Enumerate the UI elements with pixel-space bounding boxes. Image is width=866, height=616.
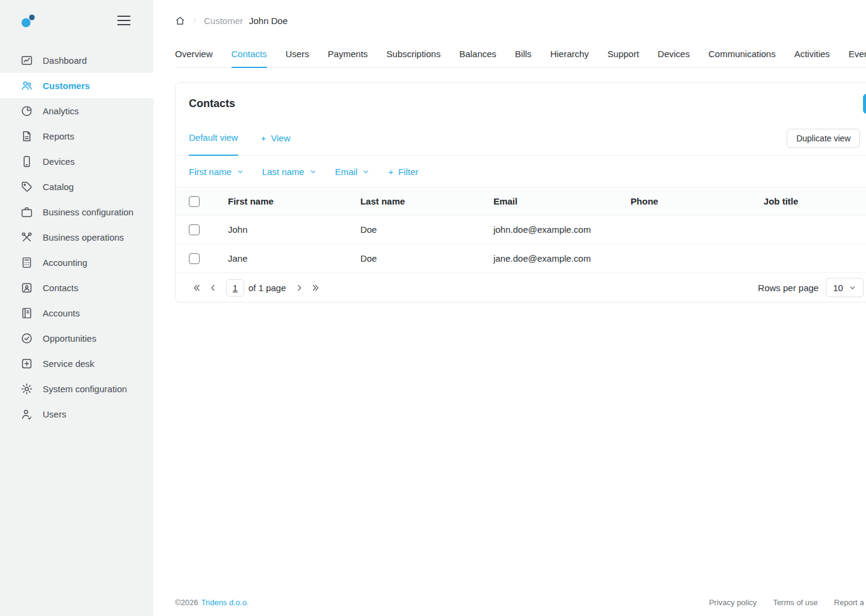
sort-label: Last name [262,167,304,177]
tab-contacts[interactable]: Contacts [232,49,267,68]
contacts-table: First name Last name Email Phone Job tit… [176,187,866,273]
company-link[interactable]: Tridens d.o.o. [201,598,249,607]
plus-icon: + [261,133,266,143]
tab-events[interactable]: Events [849,49,866,67]
chevron-right-icon [191,17,198,24]
sidebar-item-label: Opportunities [43,333,96,343]
first-page-icon[interactable] [189,280,205,296]
report-ticket-link[interactable]: Report a ticket [834,598,866,607]
ledger-icon [20,307,33,319]
sort-last-name[interactable]: Last name [262,167,317,177]
sort-email[interactable]: Email [335,167,370,177]
sidebar-item-users[interactable]: Users [0,401,153,427]
tab-balances[interactable]: Balances [459,49,497,67]
briefcase-icon [20,206,33,218]
calculator-icon [20,256,33,269]
table-header-row: First name Last name Email Phone Job tit… [176,188,866,215]
column-header-job-title: Job title [751,188,866,215]
add-contact-button[interactable]: + Contact [863,94,866,114]
target-check-icon [20,332,33,345]
filter-label: Filter [398,167,418,177]
sidebar-item-label: Reports [43,131,75,141]
tab-users[interactable]: Users [286,49,309,67]
terms-of-use-link[interactable]: Terms of use [773,598,817,607]
tab-payments[interactable]: Payments [328,49,368,67]
sidebar-header [0,0,153,40]
cell-first-name: Jane [215,244,347,273]
row-checkbox[interactable] [189,224,200,235]
customers-icon [20,79,33,92]
sidebar-item-accounts[interactable]: Accounts [0,300,153,325]
cell-phone [618,244,751,273]
sidebar-item-dashboard[interactable]: Dashboard [0,48,153,73]
card-title: Contacts [189,97,235,110]
rows-per-page-select[interactable]: 10 [826,278,864,297]
table-row: John Doe john.doe@example.com [176,215,866,244]
rows-per-page-value: 10 [833,283,843,293]
add-view-label: View [271,133,290,143]
copyright: ©2026 Tridens d.o.o. [175,598,249,607]
row-checkbox[interactable] [189,253,200,264]
sort-label: First name [189,167,232,177]
chevron-down-icon [362,168,370,176]
sidebar-item-customers[interactable]: Customers [0,73,153,98]
column-header-last-name: Last name [347,188,480,215]
footer-links: Privacy policy Terms of use Report a tic… [709,598,866,607]
rows-per-page-label: Rows per page [758,283,818,293]
home-icon[interactable] [175,16,185,26]
next-page-icon[interactable] [291,280,307,296]
sidebar: Dashboard Customers Analytics Reports De… [0,0,153,616]
pagination-right: Rows per page 10 Export [758,278,866,297]
sidebar-item-business-operations[interactable]: Business operations [0,224,153,250]
sidebar-item-label: Catalog [43,182,74,192]
previous-page-icon[interactable] [205,280,221,296]
sidebar-item-reports[interactable]: Reports [0,123,153,149]
sidebar-item-label: Business operations [43,232,124,242]
customer-tabs: Overview Contacts Users Payments Subscri… [175,49,866,68]
cell-last-name: Doe [347,244,480,273]
contacts-card: Contacts + Contact Default view + View D… [175,82,866,303]
breadcrumb-section: Customer [204,16,243,26]
tab-bills[interactable]: Bills [515,49,532,67]
sidebar-nav: Dashboard Customers Analytics Reports De… [0,40,153,427]
add-view-button[interactable]: + View [261,122,290,155]
sidebar-item-devices[interactable]: Devices [0,149,153,174]
view-tab-default[interactable]: Default view [189,121,238,156]
sidebar-item-label: Analytics [43,106,79,116]
tab-communications[interactable]: Communications [708,49,776,67]
sidebar-item-system-configuration[interactable]: System configuration [0,376,153,401]
tools-icon [20,231,33,244]
sidebar-item-analytics[interactable]: Analytics [0,98,153,123]
tab-activities[interactable]: Activities [794,49,830,67]
sidebar-item-label: Service desk [43,359,94,369]
sidebar-item-business-configuration[interactable]: Business configuration [0,199,153,224]
table-row: Jane Doe jane.doe@example.com [176,244,866,273]
tab-devices[interactable]: Devices [658,49,690,67]
sidebar-item-contacts[interactable]: Contacts [0,275,153,300]
sidebar-item-catalog[interactable]: Catalog [0,174,153,199]
last-page-icon[interactable] [307,280,324,296]
page-number-input[interactable] [226,279,244,297]
cell-last-name: Doe [347,215,480,244]
sidebar-item-service-desk[interactable]: Service desk [0,351,153,376]
cell-job-title [751,244,866,273]
sort-first-name[interactable]: First name [189,167,244,177]
gear-icon [20,383,33,395]
sidebar-item-accounting[interactable]: Accounting [0,250,153,275]
add-filter-button[interactable]: + Filter [388,167,418,177]
duplicate-view-button[interactable]: Duplicate view [787,129,860,148]
sidebar-item-opportunities[interactable]: Opportunities [0,325,153,351]
column-header-first-name: First name [215,188,347,215]
tab-overview[interactable]: Overview [175,49,213,67]
tab-hierarchy[interactable]: Hierarchy [550,49,589,67]
hamburger-menu-icon[interactable] [117,16,131,25]
sidebar-item-label: Accounting [43,257,87,268]
tab-subscriptions[interactable]: Subscriptions [387,49,441,67]
sidebar-item-label: Accounts [43,308,80,318]
select-all-checkbox[interactable] [189,196,200,207]
privacy-policy-link[interactable]: Privacy policy [709,598,757,607]
tab-support[interactable]: Support [607,49,639,67]
catalog-tag-icon [20,180,33,193]
chevron-down-icon [309,168,317,176]
reports-icon [20,130,33,143]
